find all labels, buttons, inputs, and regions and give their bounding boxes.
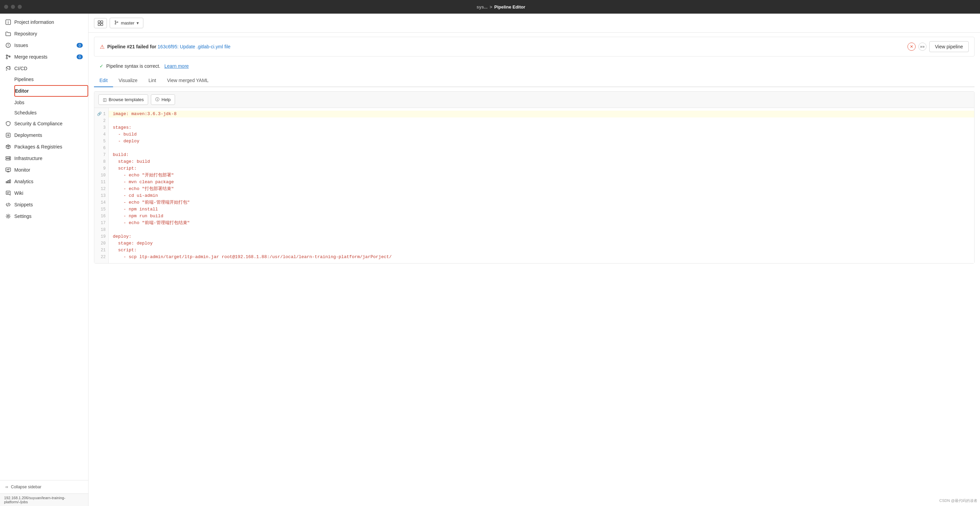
sidebar-item-label: Snippets xyxy=(14,202,33,207)
sidebar-item-jobs[interactable]: Jobs xyxy=(14,97,88,108)
sidebar-item-packages-registries[interactable]: Packages & Registries xyxy=(0,141,88,153)
svg-rect-17 xyxy=(98,21,100,23)
alert-skip-button[interactable]: »» xyxy=(918,43,926,51)
success-text: Pipeline syntax is correct. xyxy=(106,63,161,69)
sidebar-item-repository[interactable]: Repository xyxy=(0,28,88,40)
main-layout: Project information Repository Issues 0 xyxy=(0,14,980,506)
top-bar: sys... > Pipeline Editor xyxy=(0,0,980,14)
sidebar-item-deployments[interactable]: Deployments xyxy=(0,129,88,141)
monitor-icon xyxy=(5,167,11,173)
collapse-sidebar-label: Collapse sidebar xyxy=(11,485,41,489)
sidebar-item-label: Editor xyxy=(15,88,29,94)
editor-toolbar: master ▾ xyxy=(89,14,980,33)
merge-requests-badge: 0 xyxy=(76,54,83,59)
sidebar: Project information Repository Issues 0 xyxy=(0,14,89,506)
breadcrumb: sys... > Pipeline Editor xyxy=(476,5,525,10)
sidebar-item-analytics[interactable]: Analytics xyxy=(0,176,88,187)
sidebar-item-issues[interactable]: Issues 0 xyxy=(0,40,88,51)
merge-icon xyxy=(5,54,11,60)
alert-close-button[interactable]: ✕ xyxy=(907,43,916,51)
code-line-15: - npm install xyxy=(109,206,974,213)
sidebar-item-schedules[interactable]: Schedules xyxy=(14,108,88,118)
alert-banner: ⚠ Pipeline #21 failed for 163c6f95: Upda… xyxy=(94,37,975,57)
alert-link[interactable]: 163c6f95: Update .gitlab-ci.yml file xyxy=(158,44,231,49)
issues-badge: 0 xyxy=(76,43,83,48)
sidebar-item-project-information[interactable]: Project information xyxy=(0,16,88,28)
branch-icon xyxy=(114,20,119,26)
code-editor[interactable]: 🔗1 2 3 4 5 6 7 8 9 10 11 12 13 14 15 16 xyxy=(94,108,974,263)
sidebar-url: 192.168.1.206/suyuan/learn-training-plat… xyxy=(0,493,88,506)
shield-icon xyxy=(5,121,11,126)
sidebar-item-label: Deployments xyxy=(14,132,42,138)
success-message: ✓ Pipeline syntax is correct. Learn more xyxy=(94,60,975,72)
code-line-16: - npm run build xyxy=(109,213,974,220)
code-line-17: - echo "前端-管理端打包结束" xyxy=(109,220,974,226)
issues-icon xyxy=(5,43,11,48)
view-pipeline-button[interactable]: View pipeline xyxy=(929,41,969,52)
svg-point-5 xyxy=(8,46,8,47)
sidebar-item-monitor[interactable]: Monitor xyxy=(0,164,88,176)
sidebar-item-snippets[interactable]: Snippets xyxy=(0,199,88,210)
chevron-left-icon: ‹‹ xyxy=(5,485,8,489)
sidebar-item-security-compliance[interactable]: Security & Compliance xyxy=(0,118,88,129)
code-line-10: - echo "开始打包部署" xyxy=(109,172,974,179)
breadcrumb-prefix: sys... xyxy=(476,5,488,10)
line-numbers: 🔗1 2 3 4 5 6 7 8 9 10 11 12 13 14 15 16 xyxy=(94,108,109,263)
sidebar-item-settings[interactable]: Settings xyxy=(0,210,88,222)
code-line-2 xyxy=(109,118,974,124)
tab-edit[interactable]: Edit xyxy=(94,74,113,87)
code-line-6 xyxy=(109,145,974,151)
svg-point-12 xyxy=(9,157,10,158)
svg-point-13 xyxy=(9,159,10,160)
code-line-18 xyxy=(109,226,974,233)
info-icon xyxy=(5,19,11,25)
code-line-7: build: xyxy=(109,151,974,158)
sidebar-item-label: Pipelines xyxy=(14,76,34,82)
code-line-3: stages: xyxy=(109,124,974,131)
deploy-icon xyxy=(5,132,11,138)
sidebar-item-label: Settings xyxy=(14,213,32,219)
alert-text: Pipeline #21 failed for 163c6f95: Update… xyxy=(107,44,905,49)
sidebar-item-label: Project information xyxy=(14,19,54,25)
sidebar-item-pipelines[interactable]: Pipelines xyxy=(14,74,88,84)
sidebar-item-label: Monitor xyxy=(14,167,30,173)
sidebar-item-label: Merge requests xyxy=(14,54,47,60)
code-line-19: deploy: xyxy=(109,233,974,240)
sidebar-item-cicd[interactable]: CI/CD xyxy=(0,63,88,74)
code-line-8: stage: build xyxy=(109,158,974,165)
line-1: 🔗1 xyxy=(94,111,108,118)
code-editor-area: ◫ Browse templates ⓘ Help 🔗1 2 3 4 5 6 7 xyxy=(94,91,975,264)
code-line-13: - cd ui-admin xyxy=(109,193,974,199)
tab-visualize[interactable]: Visualize xyxy=(113,74,143,87)
collapse-sidebar-button[interactable]: ‹‹ Collapse sidebar xyxy=(0,480,88,493)
csdn-badge: CSDN @最代码的读者 xyxy=(939,498,977,503)
code-lines: image: maven:3.6.3-jdk-8 stages: - build… xyxy=(109,108,974,263)
sidebar-item-infrastructure[interactable]: Infrastructure xyxy=(0,153,88,164)
svg-rect-20 xyxy=(101,24,103,25)
sidebar-item-label: Infrastructure xyxy=(14,156,42,161)
cicd-submenu: Pipelines Editor Jobs Schedules xyxy=(0,74,88,118)
tab-view-merged-yaml[interactable]: View merged YAML xyxy=(161,74,214,87)
sidebar-item-label: CI/CD xyxy=(14,66,27,71)
branch-selector[interactable]: master ▾ xyxy=(110,18,143,28)
folder-icon xyxy=(5,31,11,37)
sidebar-item-merge-requests[interactable]: Merge requests 0 xyxy=(0,51,88,63)
tab-lint[interactable]: Lint xyxy=(143,74,162,87)
svg-rect-18 xyxy=(101,21,103,23)
code-line-9: script: xyxy=(109,165,974,172)
package-icon xyxy=(5,144,11,150)
sidebar-item-label: Wiki xyxy=(14,190,23,196)
error-icon: ⚠ xyxy=(100,44,105,50)
sidebar-item-wiki[interactable]: Wiki xyxy=(0,187,88,199)
code-toolbar: ◫ Browse templates ⓘ Help xyxy=(94,92,974,108)
sidebar-item-editor[interactable]: Editor xyxy=(14,85,88,97)
window-controls xyxy=(4,5,22,9)
learn-more-link[interactable]: Learn more xyxy=(164,63,189,69)
pipeline-editor-icon-button[interactable] xyxy=(94,18,107,28)
editor-tabs: Edit Visualize Lint View merged YAML xyxy=(94,74,975,87)
snippets-icon xyxy=(5,202,11,207)
help-button[interactable]: ⓘ Help xyxy=(151,94,175,105)
code-line-22: - scp ltp-admin/target/ltp-admin.jar roo… xyxy=(109,254,974,261)
code-line-12: - echo "打包部署结束" xyxy=(109,186,974,193)
browse-templates-button[interactable]: ◫ Browse templates xyxy=(99,94,148,105)
